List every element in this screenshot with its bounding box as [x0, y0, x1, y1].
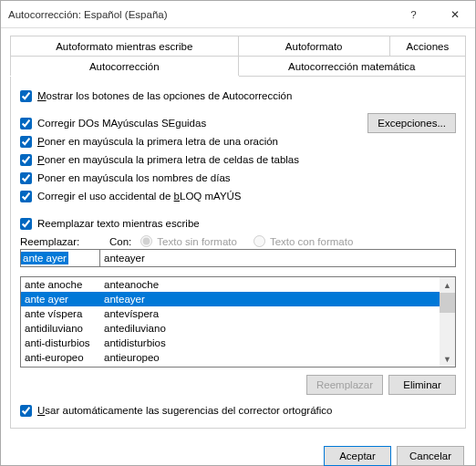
checkbox-first-cell-input[interactable]	[20, 154, 32, 166]
scrollbar[interactable]: ▲ ▼	[440, 277, 455, 367]
checkbox-first-sentence-input[interactable]	[20, 136, 32, 148]
cancel-button[interactable]: Cancelar	[397, 446, 464, 466]
radio-plain-text: Texto sin formato	[140, 235, 237, 247]
list-item[interactable]: ante anocheanteanoche	[21, 277, 440, 292]
tab-autoformat-while-typing[interactable]: Autoformato mientras escribe	[11, 36, 239, 57]
scroll-down-icon[interactable]: ▼	[440, 351, 455, 367]
tab-strip: Autoformato mientras escribe Autoformato…	[10, 36, 466, 77]
checkbox-two-caps-input[interactable]	[20, 118, 32, 129]
close-icon[interactable]: ✕	[434, 1, 475, 27]
replacements-list[interactable]: ante anocheanteanocheante ayeranteayeran…	[20, 276, 456, 368]
scroll-thumb[interactable]	[440, 293, 455, 313]
tab-autoformat[interactable]: Autoformato	[238, 36, 389, 57]
radio-formatted-text: Texto con formato	[254, 235, 353, 247]
checkbox-two-caps[interactable]: Corregir DOs MAyúsculas SEguidas	[20, 115, 367, 131]
checkbox-caps-lock[interactable]: Corregir el uso accidental de bLOQ mAYÚS	[20, 188, 367, 204]
checkbox-first-sentence[interactable]: Poner en mayúscula la primera letra de u…	[20, 133, 367, 150]
replace-button: Reemplazar	[306, 375, 383, 395]
checkbox-use-spellcheck[interactable]: Usar automáticamente las sugerencias del…	[20, 402, 456, 419]
tab-math-autocorrect[interactable]: Autocorrección matemática	[238, 57, 466, 77]
delete-button[interactable]: Eliminar	[388, 375, 456, 395]
autocorrect-dialog: Autocorrección: Español (España) ? ✕ Aut…	[0, 0, 476, 466]
checkbox-replace-while-typing-label: Reemplazar texto mientras escribe	[37, 218, 200, 229]
with-input[interactable]	[100, 249, 456, 267]
checkbox-show-options[interactable]: Mostrar los botones de las opciones de A…	[20, 88, 456, 104]
scroll-up-icon[interactable]: ▲	[440, 277, 455, 293]
list-item[interactable]: antidiluvianoantediluviano	[21, 321, 440, 336]
tab-autocorrect[interactable]: Autocorrección	[11, 57, 239, 77]
list-item[interactable]: ante ayeranteayer	[21, 292, 440, 306]
checkbox-replace-while-typing[interactable]: Reemplazar texto mientras escribe	[20, 215, 456, 232]
replace-input[interactable]: ante ayer	[20, 249, 100, 267]
checkbox-replace-while-typing-input[interactable]	[20, 218, 32, 230]
ok-button[interactable]: Aceptar	[324, 446, 391, 466]
checkbox-caps-lock-input[interactable]	[20, 191, 32, 202]
list-item[interactable]: anti-disturbiosantidisturbios	[21, 336, 440, 350]
help-icon[interactable]: ?	[393, 1, 434, 27]
replace-label: Reemplazar:	[20, 236, 100, 247]
titlebar: Autocorrección: Español (España) ? ✕	[1, 1, 475, 28]
list-item[interactable]: ante vísperaantevíspera	[21, 306, 440, 321]
checkbox-show-options-input[interactable]	[20, 90, 32, 102]
checkbox-day-names-label: Poner en mayúscula los nombres de días	[37, 172, 231, 183]
checkbox-day-names-input[interactable]	[20, 172, 32, 184]
dialog-title: Autocorrección: Español (España)	[1, 9, 393, 20]
exceptions-button[interactable]: Excepciones...	[367, 113, 456, 133]
checkbox-day-names[interactable]: Poner en mayúscula los nombres de días	[20, 170, 367, 186]
checkbox-first-cell[interactable]: Poner en mayúscula la primera letra de c…	[20, 151, 367, 168]
checkbox-use-spellcheck-input[interactable]	[20, 405, 32, 417]
checkbox-two-caps-label: Corregir DOs MAyúsculas SEguidas	[37, 118, 206, 129]
tab-actions[interactable]: Acciones	[389, 36, 465, 57]
list-item[interactable]: anti-europeoantieuropeo	[21, 350, 440, 365]
with-label: Con:	[109, 236, 131, 247]
